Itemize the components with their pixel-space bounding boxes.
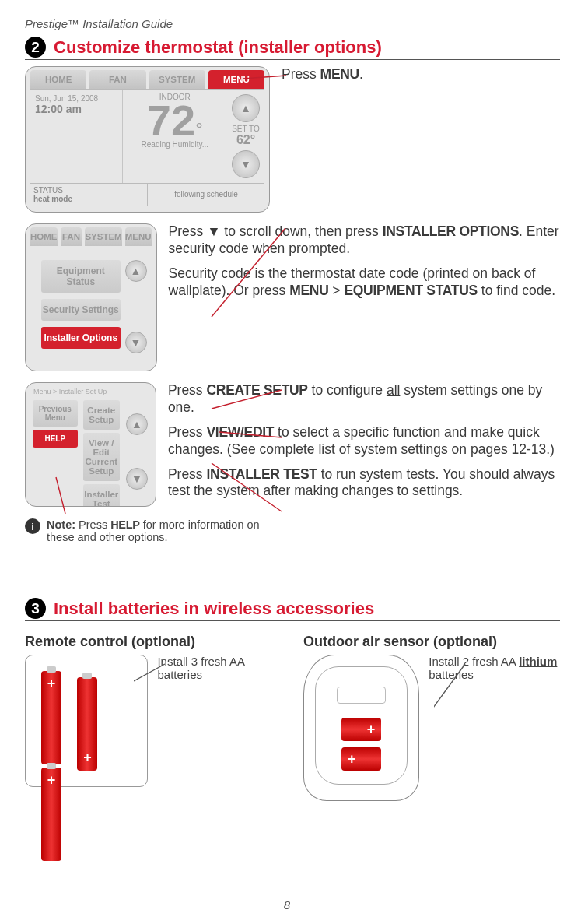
status-value: heat mode	[33, 195, 72, 203]
arrow-up-icon: ▲	[125, 260, 147, 282]
sensor-illustration: + +	[303, 655, 419, 801]
degree: °	[195, 118, 203, 139]
arrow-down-icon: ▼	[125, 332, 147, 353]
tab-system: SYSTEM	[85, 227, 121, 246]
step-3-badge: 3	[25, 598, 46, 619]
menu-installer-options: Installer Options	[41, 327, 121, 349]
time-text: 12:00 am	[35, 103, 117, 115]
arrow-up-icon: ▲	[232, 94, 260, 122]
setto-value: 62°	[232, 133, 260, 147]
instruction-3c: Press INSTALLER TEST to run system tests…	[168, 466, 560, 501]
tab-home: HOME	[30, 227, 58, 246]
running-header: Prestige™ Installation Guide	[25, 17, 560, 30]
section-2-title: 2 Customize thermostat (installer option…	[25, 37, 560, 58]
remote-heading: Remote control (optional)	[25, 634, 282, 650]
indoor-temp: 72	[147, 96, 195, 145]
thermostat-screen-3: Menu > Installer Set Up Previous Menu HE…	[25, 382, 156, 507]
section-3-title: 3 Install batteries in wireless accessor…	[25, 598, 560, 619]
note-text: Note: Press HELP for more information on…	[47, 518, 264, 543]
btn-create-setup: Create Setup	[83, 400, 120, 430]
thermostat-screen-2: HOME FAN SYSTEM MENU Equipment Status Se…	[25, 223, 157, 371]
page-number: 8	[0, 898, 574, 912]
instruction-1: Press MENU.	[282, 66, 363, 83]
sensor-callout: Install 2 fresh AA lithium batteries	[429, 655, 560, 681]
remote-illustration: + + +	[25, 655, 148, 787]
section-3-heading: Install batteries in wireless accessorie…	[54, 599, 374, 619]
setto-label: SET TO	[232, 125, 260, 133]
tab-fan: FAN	[61, 227, 82, 246]
following-text: following schedule	[148, 184, 264, 206]
btn-installer-test: Installer Test	[83, 484, 120, 507]
step-2-badge: 2	[25, 37, 46, 58]
tab-menu: MENU	[208, 70, 264, 89]
instruction-2a: Press ▼ to scroll down, then press INSTA…	[169, 223, 560, 258]
instruction-2b: Security code is the thermostat date cod…	[169, 265, 560, 300]
menu-security-settings: Security Settings	[41, 299, 121, 321]
humidity-text: Reading Humidity...	[123, 140, 227, 149]
thermostat-screen-1: HOME FAN SYSTEM MENU Sun, Jun 15, 2008 1…	[25, 66, 270, 213]
info-icon: i	[25, 518, 40, 534]
date-text: Sun, Jun 15, 2008	[35, 94, 117, 103]
btn-previous-menu: Previous Menu	[33, 400, 78, 427]
btn-help: HELP	[33, 430, 78, 448]
tab-fan: FAN	[89, 70, 145, 89]
breadcrumb: Menu > Installer Set Up	[30, 386, 151, 397]
remote-callout: Install 3 fresh AA batteries	[157, 655, 282, 681]
instruction-3b: Press VIEW/EDIT to select a specific fun…	[168, 424, 560, 458]
arrow-down-icon: ▼	[232, 150, 260, 178]
arrow-down-icon: ▼	[126, 468, 148, 490]
divider	[25, 59, 560, 60]
status-label: STATUS	[33, 186, 144, 195]
instruction-3a: Press CREATE SETUP to configure all syst…	[168, 382, 560, 416]
arrow-up-icon: ▲	[126, 413, 148, 435]
btn-view-edit: View / Edit Current Setup	[83, 433, 120, 481]
tab-system: SYSTEM	[149, 70, 205, 89]
menu-equipment-status: Equipment Status	[41, 260, 121, 293]
section-2-heading: Customize thermostat (installer options)	[54, 37, 382, 58]
tab-menu: MENU	[125, 227, 152, 246]
tab-home: HOME	[30, 70, 86, 89]
sensor-heading: Outdoor air sensor (optional)	[303, 634, 560, 650]
divider	[25, 620, 560, 621]
